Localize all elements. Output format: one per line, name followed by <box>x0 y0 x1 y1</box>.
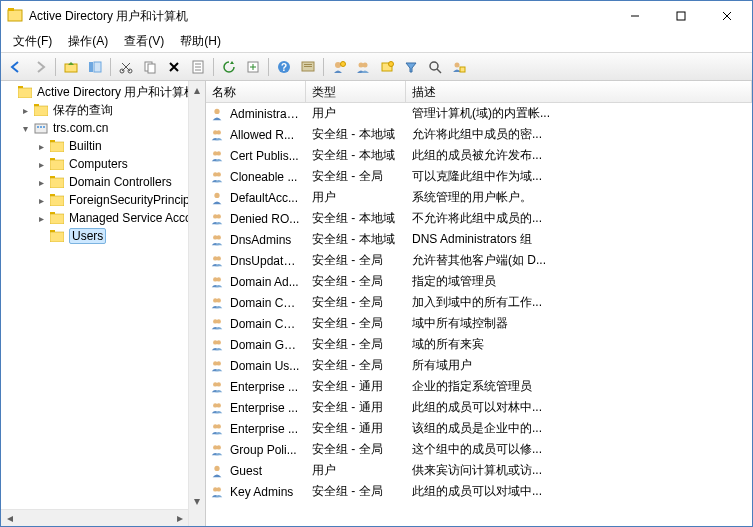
tree-computers[interactable]: ▸ Computers <box>1 155 205 173</box>
group-icon <box>206 295 224 311</box>
list-row[interactable]: DnsAdmins安全组 - 本地域DNS Administrators 组 <box>206 229 752 250</box>
expand-icon[interactable]: ▸ <box>17 105 33 116</box>
list-row[interactable]: Denied RO...安全组 - 本地域不允许将此组中成员的... <box>206 208 752 229</box>
domain-icon <box>33 120 49 136</box>
svg-point-74 <box>217 340 221 344</box>
cell-name: Cert Publis... <box>224 149 306 163</box>
list-row[interactable]: Enterprise ...安全组 - 通用企业的指定系统管理员 <box>206 376 752 397</box>
minimize-button[interactable] <box>612 1 658 31</box>
close-button[interactable] <box>704 1 750 31</box>
add-to-group-button[interactable] <box>448 56 470 78</box>
cell-type: 安全组 - 本地域 <box>306 210 406 227</box>
list-row[interactable]: Allowed R...安全组 - 本地域允许将此组中成员的密... <box>206 124 752 145</box>
refresh-button[interactable] <box>218 56 240 78</box>
tree-vertical-scrollbar[interactable]: ▴ ▾ <box>188 81 205 526</box>
tree-saved-queries[interactable]: ▸ 保存的查询 <box>1 101 205 119</box>
cell-type: 用户 <box>306 105 406 122</box>
find-button[interactable] <box>297 56 319 78</box>
search-button[interactable] <box>424 56 446 78</box>
show-hide-tree-button[interactable] <box>84 56 106 78</box>
expand-icon[interactable]: ▸ <box>33 195 49 206</box>
scroll-left-icon[interactable]: ◂ <box>1 510 18 526</box>
svg-point-70 <box>217 298 221 302</box>
folder-icon <box>49 228 65 244</box>
maximize-button[interactable] <box>658 1 704 31</box>
svg-rect-34 <box>18 88 32 98</box>
folder-icon <box>49 138 65 154</box>
tree-users[interactable]: Users <box>1 227 205 245</box>
expand-icon[interactable]: ▸ <box>33 159 49 170</box>
export-list-button[interactable] <box>242 56 264 78</box>
tree-label: Domain Controllers <box>69 175 172 189</box>
list-row[interactable]: Domain Co...安全组 - 全局加入到域中的所有工作... <box>206 292 752 313</box>
forward-button[interactable] <box>29 56 51 78</box>
menu-view[interactable]: 查看(V) <box>116 31 172 52</box>
list-row[interactable]: Key Admins安全组 - 全局此组的成员可以对域中... <box>206 481 752 502</box>
svg-line-30 <box>437 69 441 73</box>
list-row[interactable]: Domain Us...安全组 - 全局所有域用户 <box>206 355 752 376</box>
svg-rect-12 <box>148 64 155 73</box>
column-header-type[interactable]: 类型 <box>306 81 406 102</box>
list-row[interactable]: Administrat...用户管理计算机(域)的内置帐... <box>206 103 752 124</box>
back-button[interactable] <box>5 56 27 78</box>
cell-desc: 允许将此组中成员的密... <box>406 126 752 143</box>
tree-horizontal-scrollbar[interactable]: ◂ ▸ <box>1 509 188 526</box>
tree-builtin[interactable]: ▸ Builtin <box>1 137 205 155</box>
scroll-up-icon[interactable]: ▴ <box>189 81 205 98</box>
list-row[interactable]: DefaultAcc...用户系统管理的用户帐户。 <box>206 187 752 208</box>
folder-icon <box>49 192 65 208</box>
list-row[interactable]: Guest用户供来宾访问计算机或访... <box>206 460 752 481</box>
list-row[interactable]: DnsUpdate...安全组 - 全局允许替其他客户端(如 D... <box>206 250 752 271</box>
menu-file[interactable]: 文件(F) <box>5 31 60 52</box>
group-icon <box>206 442 224 458</box>
list-row[interactable]: Cert Publis...安全组 - 本地域此组的成员被允许发布... <box>206 145 752 166</box>
cell-desc: DNS Administrators 组 <box>406 231 752 248</box>
new-group-button[interactable] <box>352 56 374 78</box>
tree-label: Users <box>69 228 106 244</box>
svg-point-28 <box>389 61 394 66</box>
tree-fsp[interactable]: ▸ ForeignSecurityPrincipa <box>1 191 205 209</box>
list-row[interactable]: Group Poli...安全组 - 全局这个组中的成员可以修... <box>206 439 752 460</box>
tree-domain[interactable]: ▾ trs.com.cn <box>1 119 205 137</box>
filter-button[interactable] <box>400 56 422 78</box>
svg-rect-38 <box>37 126 39 128</box>
column-header-name[interactable]: 名称 <box>206 81 306 102</box>
tree-domain-controllers[interactable]: ▸ Domain Controllers <box>1 173 205 191</box>
copy-button[interactable] <box>139 56 161 78</box>
menu-help[interactable]: 帮助(H) <box>172 31 229 52</box>
tree-root[interactable]: Active Directory 用户和计算机 <box>1 83 205 101</box>
cut-button[interactable] <box>115 56 137 78</box>
menu-action[interactable]: 操作(A) <box>60 31 116 52</box>
svg-point-68 <box>217 277 221 281</box>
list-row[interactable]: Enterprise ...安全组 - 通用该组的成员是企业中的... <box>206 418 752 439</box>
scroll-down-icon[interactable]: ▾ <box>189 492 205 509</box>
toolbar: ? <box>1 53 752 81</box>
expand-icon[interactable]: ▸ <box>33 213 49 224</box>
delete-button[interactable] <box>163 56 185 78</box>
collapse-icon[interactable]: ▾ <box>17 123 33 134</box>
list-row[interactable]: Domain Gu...安全组 - 全局域的所有来宾 <box>206 334 752 355</box>
tree-panel: Active Directory 用户和计算机 ▸ 保存的查询 ▾ trs.co… <box>1 81 206 526</box>
help-button[interactable]: ? <box>273 56 295 78</box>
cell-type: 安全组 - 通用 <box>306 399 406 416</box>
tree-msa[interactable]: ▸ Managed Service Acco <box>1 209 205 227</box>
expand-icon[interactable]: ▸ <box>33 141 49 152</box>
expand-icon[interactable]: ▸ <box>33 177 49 188</box>
new-ou-button[interactable] <box>376 56 398 78</box>
svg-rect-21 <box>304 64 312 65</box>
list-row[interactable]: Cloneable ...安全组 - 全局可以克隆此组中作为域... <box>206 166 752 187</box>
cell-name: Enterprise ... <box>224 422 306 436</box>
cell-desc: 供来宾访问计算机或访... <box>406 462 752 479</box>
properties-button[interactable] <box>187 56 209 78</box>
scroll-right-icon[interactable]: ▸ <box>171 510 188 526</box>
list-row[interactable]: Domain Ad...安全组 - 全局指定的域管理员 <box>206 271 752 292</box>
list-row[interactable]: Enterprise ...安全组 - 通用此组的成员可以对林中... <box>206 397 752 418</box>
cell-type: 安全组 - 全局 <box>306 483 406 500</box>
column-header-desc[interactable]: 描述 <box>406 81 752 102</box>
cell-name: DefaultAcc... <box>224 191 306 205</box>
group-icon <box>206 127 224 143</box>
up-folder-button[interactable] <box>60 56 82 78</box>
new-user-button[interactable] <box>328 56 350 78</box>
list-row[interactable]: Domain Co...安全组 - 全局域中所有域控制器 <box>206 313 752 334</box>
tree-label: 保存的查询 <box>53 102 113 119</box>
